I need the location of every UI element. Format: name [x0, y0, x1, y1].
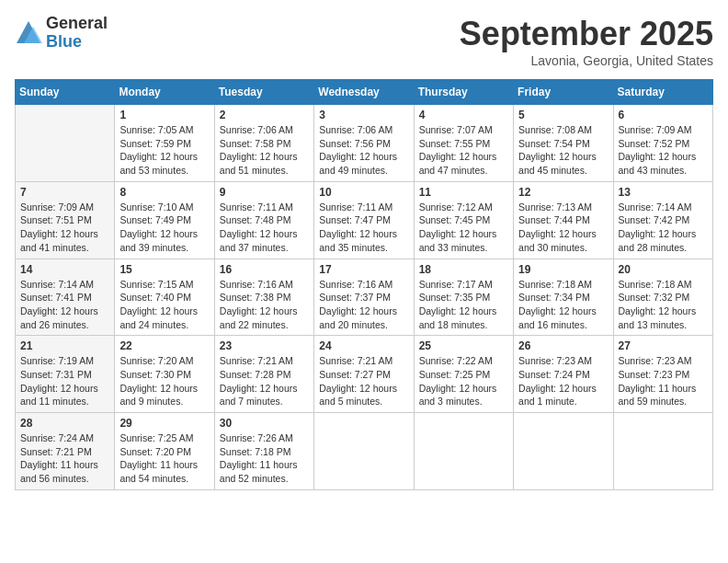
day-info: Sunrise: 7:14 AMSunset: 7:41 PMDaylight:…	[20, 279, 98, 330]
day-info: Sunrise: 7:11 AMSunset: 7:48 PMDaylight:…	[220, 201, 298, 253]
calendar-table: SundayMondayTuesdayWednesdayThursdayFrid…	[15, 79, 713, 490]
day-number: 16	[220, 263, 309, 276]
calendar-cell: 7 Sunrise: 7:09 AMSunset: 7:51 PMDayligh…	[16, 181, 115, 259]
day-number: 2	[220, 109, 309, 121]
day-info: Sunrise: 7:23 AMSunset: 7:24 PMDaylight:…	[518, 355, 597, 407]
calendar-cell: 22 Sunrise: 7:20 AMSunset: 7:30 PMDaylig…	[115, 336, 214, 413]
day-info: Sunrise: 7:06 AMSunset: 7:58 PMDaylight:…	[220, 124, 298, 176]
weekday-header-tuesday: Tuesday	[214, 80, 313, 105]
page-header: General Blue September 2025 Lavonia, Geo…	[15, 15, 713, 68]
day-number: 24	[319, 339, 408, 352]
calendar-cell: 21 Sunrise: 7:19 AMSunset: 7:31 PMDaylig…	[16, 336, 115, 413]
logo-general-text: General	[46, 15, 108, 33]
day-number: 21	[20, 339, 109, 352]
calendar-week-row: 14 Sunrise: 7:14 AMSunset: 7:41 PMDaylig…	[16, 259, 713, 336]
day-number: 14	[20, 263, 109, 276]
day-info: Sunrise: 7:22 AMSunset: 7:25 PMDaylight:…	[419, 355, 497, 407]
title-area: September 2025 Lavonia, Georgia, United …	[460, 15, 713, 68]
day-number: 26	[518, 339, 608, 352]
calendar-week-row: 7 Sunrise: 7:09 AMSunset: 7:51 PMDayligh…	[16, 181, 713, 259]
day-info: Sunrise: 7:16 AMSunset: 7:37 PMDaylight:…	[319, 279, 397, 330]
calendar-cell: 8 Sunrise: 7:10 AMSunset: 7:49 PMDayligh…	[115, 181, 214, 259]
calendar-cell: 29 Sunrise: 7:25 AMSunset: 7:20 PMDaylig…	[115, 413, 214, 490]
calendar-cell: 16 Sunrise: 7:16 AMSunset: 7:38 PMDaylig…	[214, 259, 313, 336]
calendar-cell: 19 Sunrise: 7:18 AMSunset: 7:34 PMDaylig…	[514, 259, 613, 336]
day-info: Sunrise: 7:21 AMSunset: 7:27 PMDaylight:…	[319, 355, 397, 407]
day-number: 23	[220, 339, 309, 352]
calendar-cell: 14 Sunrise: 7:14 AMSunset: 7:41 PMDaylig…	[16, 259, 115, 336]
day-number: 4	[419, 109, 508, 121]
month-title: September 2025	[460, 15, 713, 53]
day-number: 9	[220, 186, 309, 199]
day-info: Sunrise: 7:16 AMSunset: 7:38 PMDaylight:…	[220, 279, 298, 330]
calendar-cell: 13 Sunrise: 7:14 AMSunset: 7:42 PMDaylig…	[613, 181, 712, 259]
weekday-header-friday: Friday	[514, 80, 613, 105]
day-number: 10	[319, 186, 408, 199]
calendar-cell: 12 Sunrise: 7:13 AMSunset: 7:44 PMDaylig…	[514, 181, 613, 259]
day-info: Sunrise: 7:06 AMSunset: 7:56 PMDaylight:…	[319, 124, 397, 176]
calendar-cell	[414, 413, 513, 490]
calendar-cell: 15 Sunrise: 7:15 AMSunset: 7:40 PMDaylig…	[115, 259, 214, 336]
weekday-header-monday: Monday	[115, 80, 214, 105]
day-info: Sunrise: 7:26 AMSunset: 7:18 PMDaylight:…	[220, 432, 298, 484]
weekday-header-saturday: Saturday	[613, 80, 712, 105]
day-info: Sunrise: 7:07 AMSunset: 7:55 PMDaylight:…	[419, 124, 497, 176]
day-number: 8	[119, 186, 209, 199]
day-number: 1	[119, 109, 209, 121]
day-info: Sunrise: 7:24 AMSunset: 7:21 PMDaylight:…	[20, 432, 98, 484]
day-info: Sunrise: 7:11 AMSunset: 7:47 PMDaylight:…	[319, 201, 397, 253]
weekday-header-row: SundayMondayTuesdayWednesdayThursdayFrid…	[16, 80, 713, 105]
calendar-cell: 26 Sunrise: 7:23 AMSunset: 7:24 PMDaylig…	[514, 336, 613, 413]
day-number: 3	[319, 109, 408, 121]
day-info: Sunrise: 7:25 AMSunset: 7:20 PMDaylight:…	[119, 432, 198, 484]
day-info: Sunrise: 7:15 AMSunset: 7:40 PMDaylight:…	[119, 279, 198, 330]
day-info: Sunrise: 7:12 AMSunset: 7:45 PMDaylight:…	[419, 201, 497, 253]
day-number: 19	[518, 263, 608, 276]
calendar-cell: 10 Sunrise: 7:11 AMSunset: 7:47 PMDaylig…	[314, 181, 414, 259]
calendar-week-row: 1 Sunrise: 7:05 AMSunset: 7:59 PMDayligh…	[16, 105, 713, 182]
logo-blue-text: Blue	[46, 33, 108, 52]
calendar-cell: 9 Sunrise: 7:11 AMSunset: 7:48 PMDayligh…	[214, 181, 313, 259]
calendar-cell: 24 Sunrise: 7:21 AMSunset: 7:27 PMDaylig…	[314, 336, 414, 413]
day-info: Sunrise: 7:17 AMSunset: 7:35 PMDaylight:…	[419, 279, 497, 330]
day-info: Sunrise: 7:14 AMSunset: 7:42 PMDaylight:…	[619, 201, 697, 253]
day-number: 17	[319, 263, 408, 276]
day-number: 20	[619, 263, 708, 276]
day-info: Sunrise: 7:19 AMSunset: 7:31 PMDaylight:…	[20, 355, 98, 407]
day-number: 5	[518, 109, 608, 121]
calendar-cell: 23 Sunrise: 7:21 AMSunset: 7:28 PMDaylig…	[214, 336, 313, 413]
calendar-cell: 4 Sunrise: 7:07 AMSunset: 7:55 PMDayligh…	[414, 105, 513, 182]
logo-icon	[15, 19, 42, 47]
calendar-cell: 18 Sunrise: 7:17 AMSunset: 7:35 PMDaylig…	[414, 259, 513, 336]
day-info: Sunrise: 7:10 AMSunset: 7:49 PMDaylight:…	[119, 201, 198, 253]
day-info: Sunrise: 7:23 AMSunset: 7:23 PMDaylight:…	[619, 355, 697, 407]
day-info: Sunrise: 7:20 AMSunset: 7:30 PMDaylight:…	[119, 355, 198, 407]
day-info: Sunrise: 7:18 AMSunset: 7:32 PMDaylight:…	[619, 279, 697, 330]
day-number: 18	[419, 263, 508, 276]
day-info: Sunrise: 7:09 AMSunset: 7:51 PMDaylight:…	[20, 201, 98, 253]
day-number: 15	[119, 263, 209, 276]
day-number: 22	[119, 339, 209, 352]
day-number: 28	[20, 417, 109, 430]
calendar-week-row: 21 Sunrise: 7:19 AMSunset: 7:31 PMDaylig…	[16, 336, 713, 413]
calendar-cell: 1 Sunrise: 7:05 AMSunset: 7:59 PMDayligh…	[115, 105, 214, 182]
day-number: 27	[619, 339, 708, 352]
day-number: 6	[619, 109, 708, 121]
day-number: 29	[119, 417, 209, 430]
day-info: Sunrise: 7:18 AMSunset: 7:34 PMDaylight:…	[518, 279, 597, 330]
calendar-cell: 3 Sunrise: 7:06 AMSunset: 7:56 PMDayligh…	[314, 105, 414, 182]
calendar-cell: 2 Sunrise: 7:06 AMSunset: 7:58 PMDayligh…	[214, 105, 313, 182]
logo: General Blue	[15, 15, 108, 52]
calendar-cell: 11 Sunrise: 7:12 AMSunset: 7:45 PMDaylig…	[414, 181, 513, 259]
weekday-header-thursday: Thursday	[414, 80, 513, 105]
day-info: Sunrise: 7:08 AMSunset: 7:54 PMDaylight:…	[518, 124, 597, 176]
calendar-cell: 25 Sunrise: 7:22 AMSunset: 7:25 PMDaylig…	[414, 336, 513, 413]
calendar-cell: 27 Sunrise: 7:23 AMSunset: 7:23 PMDaylig…	[613, 336, 712, 413]
calendar-cell: 6 Sunrise: 7:09 AMSunset: 7:52 PMDayligh…	[613, 105, 712, 182]
weekday-header-sunday: Sunday	[16, 80, 115, 105]
calendar-cell: 28 Sunrise: 7:24 AMSunset: 7:21 PMDaylig…	[16, 413, 115, 490]
day-info: Sunrise: 7:09 AMSunset: 7:52 PMDaylight:…	[619, 124, 697, 176]
calendar-cell: 17 Sunrise: 7:16 AMSunset: 7:37 PMDaylig…	[314, 259, 414, 336]
day-info: Sunrise: 7:21 AMSunset: 7:28 PMDaylight:…	[220, 355, 298, 407]
day-number: 30	[220, 417, 309, 430]
